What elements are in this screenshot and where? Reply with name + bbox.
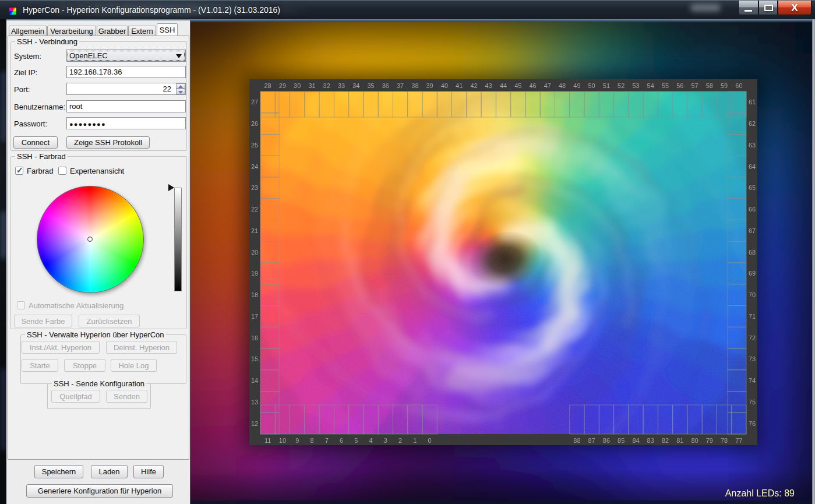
svg-text:63: 63 xyxy=(749,142,756,149)
svg-text:53: 53 xyxy=(632,82,639,89)
svg-text:15: 15 xyxy=(251,355,258,362)
svg-text:69: 69 xyxy=(749,270,756,277)
svg-text:66: 66 xyxy=(749,206,756,213)
svg-text:68: 68 xyxy=(749,249,756,256)
svg-text:29: 29 xyxy=(279,82,286,89)
svg-text:74: 74 xyxy=(749,377,756,384)
svg-text:28: 28 xyxy=(264,82,271,89)
svg-text:18: 18 xyxy=(251,291,258,298)
svg-text:3: 3 xyxy=(384,437,387,444)
svg-text:70: 70 xyxy=(749,291,756,298)
svg-text:27: 27 xyxy=(251,98,258,105)
svg-text:41: 41 xyxy=(456,82,463,89)
svg-text:33: 33 xyxy=(338,82,345,89)
svg-text:72: 72 xyxy=(749,334,756,341)
svg-text:36: 36 xyxy=(382,82,389,89)
svg-text:56: 56 xyxy=(676,82,683,89)
svg-text:65: 65 xyxy=(749,184,756,191)
svg-text:12: 12 xyxy=(251,420,258,427)
svg-text:78: 78 xyxy=(721,437,728,444)
svg-text:34: 34 xyxy=(352,82,359,89)
svg-text:22: 22 xyxy=(251,206,258,213)
svg-text:32: 32 xyxy=(323,82,330,89)
svg-text:81: 81 xyxy=(676,437,683,444)
svg-text:57: 57 xyxy=(691,82,698,89)
svg-text:60: 60 xyxy=(735,82,742,89)
svg-text:58: 58 xyxy=(706,82,713,89)
svg-text:67: 67 xyxy=(749,227,756,234)
svg-text:52: 52 xyxy=(618,82,625,89)
svg-text:37: 37 xyxy=(397,82,404,89)
svg-text:46: 46 xyxy=(529,82,536,89)
svg-text:14: 14 xyxy=(251,377,258,384)
svg-text:50: 50 xyxy=(588,82,595,89)
svg-text:51: 51 xyxy=(603,82,610,89)
svg-text:43: 43 xyxy=(485,82,492,89)
svg-text:82: 82 xyxy=(662,437,669,444)
svg-text:30: 30 xyxy=(294,82,301,89)
svg-text:21: 21 xyxy=(251,227,258,234)
svg-text:24: 24 xyxy=(251,163,258,170)
svg-text:45: 45 xyxy=(514,82,521,89)
svg-text:87: 87 xyxy=(588,437,595,444)
svg-text:38: 38 xyxy=(411,82,418,89)
svg-text:16: 16 xyxy=(251,334,258,341)
svg-text:0: 0 xyxy=(428,437,432,444)
svg-text:31: 31 xyxy=(308,82,315,89)
svg-text:25: 25 xyxy=(251,142,258,149)
svg-text:44: 44 xyxy=(500,82,507,89)
svg-text:61: 61 xyxy=(749,98,756,105)
svg-text:42: 42 xyxy=(470,82,477,89)
svg-text:54: 54 xyxy=(647,82,654,89)
svg-text:4: 4 xyxy=(369,437,372,444)
svg-text:64: 64 xyxy=(749,163,756,170)
svg-text:40: 40 xyxy=(441,82,448,89)
svg-text:71: 71 xyxy=(749,313,756,320)
svg-text:20: 20 xyxy=(251,249,258,256)
svg-text:59: 59 xyxy=(721,82,728,89)
svg-text:7: 7 xyxy=(325,437,329,444)
svg-text:13: 13 xyxy=(251,399,258,406)
svg-text:9: 9 xyxy=(295,437,299,444)
svg-text:11: 11 xyxy=(264,437,271,444)
svg-text:55: 55 xyxy=(662,82,669,89)
svg-text:39: 39 xyxy=(426,82,433,89)
svg-text:2: 2 xyxy=(398,437,402,444)
svg-text:88: 88 xyxy=(573,437,580,444)
svg-text:1: 1 xyxy=(413,437,417,444)
svg-text:35: 35 xyxy=(367,82,374,89)
svg-text:75: 75 xyxy=(749,399,756,406)
svg-text:47: 47 xyxy=(544,82,551,89)
svg-text:23: 23 xyxy=(251,184,258,191)
svg-text:17: 17 xyxy=(251,313,258,320)
svg-text:10: 10 xyxy=(279,437,286,444)
svg-text:83: 83 xyxy=(647,437,654,444)
svg-text:73: 73 xyxy=(749,355,756,362)
svg-text:80: 80 xyxy=(691,437,698,444)
svg-text:84: 84 xyxy=(632,437,639,444)
svg-text:48: 48 xyxy=(559,82,566,89)
svg-text:Anzahl LEDs: 89: Anzahl LEDs: 89 xyxy=(725,488,795,498)
svg-text:77: 77 xyxy=(735,437,742,444)
svg-text:5: 5 xyxy=(354,437,358,444)
svg-text:8: 8 xyxy=(310,437,313,444)
svg-text:85: 85 xyxy=(618,437,625,444)
svg-text:49: 49 xyxy=(573,82,580,89)
svg-text:62: 62 xyxy=(749,120,756,127)
svg-text:19: 19 xyxy=(251,270,258,277)
svg-text:6: 6 xyxy=(340,437,343,444)
svg-text:26: 26 xyxy=(251,120,258,127)
svg-text:76: 76 xyxy=(749,420,756,427)
svg-text:79: 79 xyxy=(706,437,713,444)
svg-text:86: 86 xyxy=(603,437,610,444)
